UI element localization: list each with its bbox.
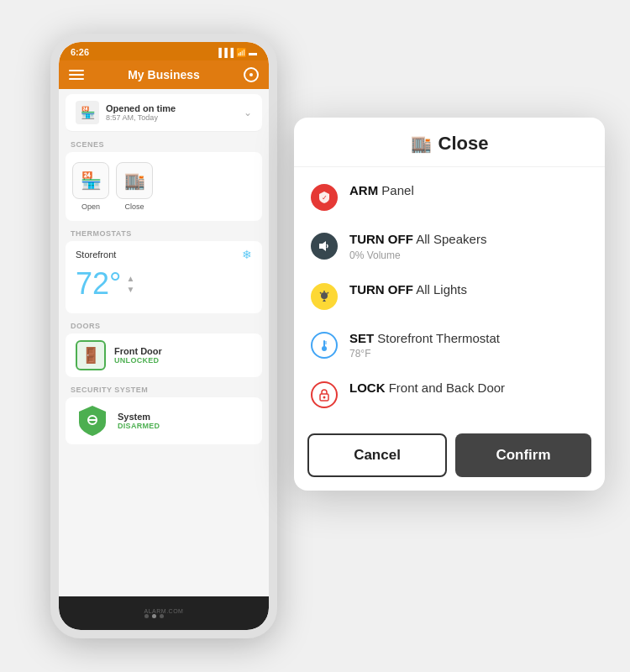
speakers-bold: TURN OFF (349, 232, 413, 246)
speakers-title: TURN OFF All Speakers (349, 231, 486, 248)
svg-point-9 (322, 346, 327, 351)
phone-bottom: ALARM.COM (59, 596, 269, 630)
dialog-header-icon: 🏬 (411, 134, 432, 154)
app-header: My Business (59, 60, 269, 89)
scene-open-icon: 🏪 (72, 162, 109, 199)
doors-label: DOORS (59, 318, 269, 333)
thermostats-label: THERMOSTATS (59, 226, 269, 241)
lock-rest: Front and Back Door (389, 381, 505, 395)
scenes-label: SCENES (59, 137, 269, 152)
security-section: System DISARMED (66, 397, 262, 444)
lights-title: TURN OFF All Lights (349, 281, 467, 298)
confirm-button[interactable]: Confirm (455, 433, 591, 477)
dot-3 (160, 614, 164, 618)
lock-title: LOCK Front and Back Door (349, 380, 505, 396)
door-name: Front Door (114, 346, 162, 356)
menu-icon[interactable] (69, 70, 84, 80)
status-icons: ▐▐▐ 📶 ▬ (216, 48, 257, 57)
dialog-item-lights: TURN OFF All Lights (294, 271, 605, 320)
brand-label: ALARM.COM (144, 608, 184, 614)
dialog-item-thermostat: SET Storefront Thermostat 78°F (294, 320, 605, 370)
notification-sub: 8:57 AM, Today (106, 113, 176, 122)
scenes-section: 🏪 Open 🏬 Close (66, 152, 262, 221)
scene-close[interactable]: 🏬 Close (116, 162, 153, 211)
temp-up-icon[interactable]: ▲ (126, 274, 134, 283)
main-container: 6:26 ▐▐▐ 📶 ▬ My Business 🏪 (0, 0, 630, 672)
dot-1 (144, 614, 149, 618)
lights-bold: TURN OFF (349, 282, 413, 297)
snowflake-icon: ❄ (242, 248, 252, 261)
security-name: System (118, 412, 160, 422)
svg-line-6 (320, 292, 322, 294)
dot-2 (152, 614, 156, 618)
dialog-title: Close (438, 133, 489, 155)
status-bar: 6:26 ▐▐▐ 📶 ▬ (59, 42, 269, 60)
temp-down-icon[interactable]: ▼ (126, 285, 134, 294)
notification-main: Opened on time (106, 103, 176, 113)
dialog-actions: Cancel Confirm (294, 423, 605, 491)
svg-point-4 (321, 292, 328, 299)
notification-bar[interactable]: 🏪 Opened on time 8:57 AM, Today ⌄ (66, 94, 262, 132)
lights-rest: All Lights (416, 282, 467, 297)
shield-icon (76, 404, 109, 438)
thermostat-bold: SET (349, 331, 374, 345)
shield-container (76, 404, 109, 438)
lock-bold: LOCK (349, 381, 386, 395)
app-title: My Business (128, 68, 200, 81)
scene-open-label: Open (81, 202, 100, 211)
security-status: DISARMED (118, 422, 160, 430)
dialog-item-lock: LOCK Front and Back Door (294, 370, 605, 418)
security-label: SECURITY SYSTEM (59, 382, 269, 397)
svg-rect-0 (88, 419, 97, 421)
dialog-items: ✓ ARM Panel (294, 167, 605, 423)
scene-open[interactable]: 🏪 Open (72, 162, 109, 211)
svg-line-7 (328, 292, 329, 294)
lock-icon (311, 381, 338, 408)
thermostat-temp: 72° (76, 266, 121, 302)
chevron-down-icon: ⌄ (244, 107, 252, 118)
lights-icon (311, 283, 338, 310)
temp-controls[interactable]: ▲ ▼ (126, 274, 134, 294)
arm-bold: ARM (349, 183, 378, 197)
speakers-icon (311, 233, 338, 260)
svg-text:✓: ✓ (322, 194, 328, 202)
battery-icon: ▬ (249, 48, 257, 57)
svg-point-13 (323, 396, 326, 399)
status-time: 6:26 (71, 47, 89, 57)
arm-icon: ✓ (311, 184, 338, 211)
wifi-icon: 📶 (236, 48, 246, 57)
door-icon: 🚪 (76, 340, 106, 370)
svg-rect-8 (323, 340, 325, 347)
store-icon: 🏪 (76, 101, 99, 124)
scene-close-icon: 🏬 (116, 162, 153, 199)
settings-icon[interactable] (244, 67, 259, 82)
dialog-item-speakers: TURN OFF All Speakers 0% Volume (294, 221, 605, 271)
thermostat-section: Storefront ❄ 72° ▲ ▼ (66, 241, 262, 313)
arm-title: ARM Panel (349, 182, 414, 199)
thermostat-title: SET Storefront Thermostat (349, 330, 500, 347)
speakers-subtitle: 0% Volume (349, 249, 486, 261)
dialog-card: 🏬 Close ✓ ARM Panel (294, 118, 605, 491)
thermostat-icon (311, 332, 338, 359)
doors-section: 🚪 Front Door UNLOCKED (66, 333, 262, 377)
dialog-item-arm: ✓ ARM Panel (294, 172, 605, 221)
thermostat-subtitle: 78°F (349, 348, 500, 360)
speakers-rest: All Speakers (416, 232, 486, 246)
cancel-button[interactable]: Cancel (307, 433, 447, 477)
door-status: UNLOCKED (114, 356, 162, 365)
svg-marker-3 (319, 241, 326, 251)
phone-frame: 6:26 ▐▐▐ 📶 ▬ My Business 🏪 (50, 34, 277, 638)
arm-rest: Panel (381, 183, 413, 197)
thermostat-name: Storefront (76, 249, 116, 260)
scene-close-label: Close (124, 202, 144, 211)
thermostat-rest: Storefront Thermostat (377, 331, 500, 345)
dialog-header: 🏬 Close (294, 118, 605, 167)
signal-icon: ▐▐▐ (216, 48, 234, 57)
